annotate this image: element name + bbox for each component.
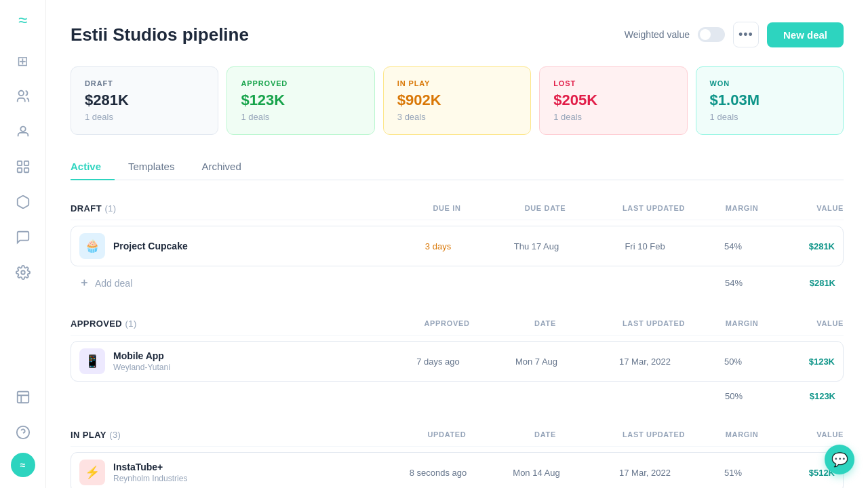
card-won-value: $1.03M [710, 92, 829, 109]
svg-point-1 [20, 127, 25, 131]
svg-rect-3 [24, 161, 28, 165]
card-won[interactable]: WON $1.03M 1 deals [696, 66, 844, 135]
section-approved-header: APPROVED (1) APPROVED DATE LAST UPDATED … [71, 312, 844, 336]
card-inplay[interactable]: IN PLAY $902K 3 deals [383, 66, 531, 135]
svg-rect-4 [17, 168, 21, 172]
sidebar-item-analytics[interactable] [8, 382, 38, 412]
add-deal-button-draft[interactable]: ＋ Add deal [79, 276, 395, 290]
deal-row-instatube[interactable]: ⚡ InstaTube+ Reynholm Industries 8 secon… [71, 452, 844, 488]
sidebar-item-projects[interactable] [8, 187, 38, 217]
sidebar-item-settings[interactable] [8, 258, 38, 287]
svg-point-0 [18, 91, 23, 96]
card-inplay-label: IN PLAY [397, 79, 517, 87]
main-content: Estii Studios pipeline Weighted value ••… [46, 0, 868, 488]
section-draft: DRAFT (1) DUE IN DUE DATE LAST UPDATED M… [71, 197, 844, 296]
deal-col1-instatube: 8 seconds ago [394, 468, 482, 478]
sidebar-item-deals[interactable] [8, 222, 38, 252]
section-approved-title: APPROVED (1) [71, 317, 403, 329]
deal-name-instatube: InstaTube+ [113, 462, 187, 472]
card-inplay-sub: 3 deals [397, 112, 517, 122]
col-header-date-approved: DATE [491, 319, 599, 327]
summary-cards: DRAFT $281K 1 deals APPROVED $123K 1 dea… [71, 66, 844, 135]
add-deal-row-approved: 50% $123K [71, 386, 844, 407]
total-margin-draft: 54% [700, 278, 768, 288]
card-draft[interactable]: DRAFT $281K 1 deals [71, 66, 218, 135]
user-avatar[interactable]: ≈ [11, 453, 35, 477]
tabs: Active Templates Archived [71, 154, 844, 180]
total-value-draft: $281K [768, 278, 835, 288]
card-won-sub: 1 deals [710, 112, 829, 122]
section-draft-title: DRAFT (1) [71, 202, 403, 214]
col-header-last-updated-draft: LAST UPDATED [599, 204, 708, 212]
deal-row-project-cupcake[interactable]: 🧁 Project Cupcake 3 days Thu 17 Aug Fri … [71, 226, 844, 266]
card-approved[interactable]: APPROVED $123K 1 deals [226, 66, 374, 135]
deal-col2-instatube: Mon 14 Aug [482, 468, 591, 478]
sidebar: ≈ ⊞ ≈ [0, 0, 46, 488]
app-logo[interactable]: ≈ [18, 11, 27, 30]
page-header: Estii Studios pipeline Weighted value ••… [71, 22, 844, 47]
more-options-button[interactable]: ••• [733, 22, 759, 47]
header-actions: Weighted value ••• New deal [625, 22, 844, 47]
card-draft-sub: 1 deals [85, 112, 204, 122]
section-inplay-header: IN PLAY (3) UPDATED DATE LAST UPDATED MA… [71, 423, 844, 447]
deal-col3-draft: Fri 10 Feb [591, 241, 699, 251]
sidebar-item-dashboard[interactable]: ⊞ [8, 46, 38, 76]
sidebar-item-contacts[interactable] [8, 117, 38, 146]
card-lost[interactable]: LOST $205K 1 deals [539, 66, 687, 135]
col-header-value-inplay: VALUE [776, 430, 844, 439]
col-header-last-updated-approved: LAST UPDATED [599, 319, 708, 327]
deal-col5-approved: $123K [767, 357, 835, 367]
col-header-margin-inplay: MARGIN [708, 430, 776, 439]
deal-name-cell-instatube: ⚡ InstaTube+ Reynholm Industries [79, 460, 394, 485]
deal-info: Project Cupcake [113, 241, 188, 251]
deal-col1-approved: 7 days ago [394, 357, 482, 367]
svg-rect-2 [17, 161, 21, 165]
col-header-last-updated-inplay: LAST UPDATED [599, 430, 708, 439]
card-won-label: WON [710, 79, 829, 87]
sidebar-item-teams[interactable] [8, 152, 38, 182]
svg-point-6 [21, 270, 25, 274]
add-deal-row-draft: ＋ Add deal 54% $281K [71, 270, 844, 296]
plus-icon: ＋ [79, 276, 90, 290]
deal-col2-draft: Thu 17 Aug [482, 241, 591, 251]
weighted-value-label: Weighted value [625, 29, 690, 40]
col-header-due-date: DUE DATE [491, 204, 599, 212]
section-inplay-title: IN PLAY (3) [71, 428, 403, 441]
deal-col3-instatube: 17 Mar, 2022 [591, 468, 699, 478]
new-deal-button[interactable]: New deal [767, 22, 844, 47]
deal-col5-instatube: $512K [767, 468, 835, 478]
deal-col4-draft: 54% [699, 241, 767, 251]
section-inplay: IN PLAY (3) UPDATED DATE LAST UPDATED MA… [71, 423, 844, 488]
add-deal-label: Add deal [95, 278, 132, 289]
deal-name: Project Cupcake [113, 241, 188, 251]
deal-col2-approved: Mon 7 Aug [482, 357, 591, 367]
chat-bubble[interactable]: 💬 [825, 445, 854, 474]
deal-info-mobile-app: Mobile App Weyland-Yutani [113, 350, 170, 372]
card-lost-sub: 1 deals [553, 112, 673, 122]
total-margin-approved: 50% [700, 391, 768, 401]
tab-active[interactable]: Active [71, 154, 115, 180]
deal-col4-instatube: 51% [699, 468, 767, 478]
col-header-approved: APPROVED [403, 319, 491, 327]
col-header-value-approved: VALUE [776, 319, 844, 327]
col-header-due-in: DUE IN [403, 204, 491, 212]
card-lost-value: $205K [553, 92, 673, 109]
tab-templates[interactable]: Templates [115, 154, 188, 180]
tab-archived[interactable]: Archived [188, 154, 254, 180]
total-value-approved: $123K [768, 391, 835, 401]
sidebar-item-help[interactable] [8, 418, 38, 447]
sidebar-item-people[interactable] [8, 81, 38, 111]
weighted-value-toggle[interactable] [698, 27, 725, 42]
deal-name-mobile-app: Mobile App [113, 350, 170, 361]
section-draft-header: DRAFT (1) DUE IN DUE DATE LAST UPDATED M… [71, 197, 844, 220]
col-header-margin-draft: MARGIN [708, 204, 776, 212]
deal-col4-approved: 50% [699, 357, 767, 367]
deal-icon-instatube: ⚡ [79, 460, 105, 485]
card-approved-label: APPROVED [241, 79, 360, 87]
deal-row-mobile-app[interactable]: 📱 Mobile App Weyland-Yutani 7 days ago M… [71, 341, 844, 382]
page-title: Estii Studios pipeline [71, 24, 249, 45]
card-draft-value: $281K [85, 92, 204, 109]
deal-sub-mobile-app: Weyland-Yutani [113, 363, 170, 372]
card-draft-label: DRAFT [85, 79, 204, 87]
deal-col1-draft: 3 days [394, 241, 482, 251]
